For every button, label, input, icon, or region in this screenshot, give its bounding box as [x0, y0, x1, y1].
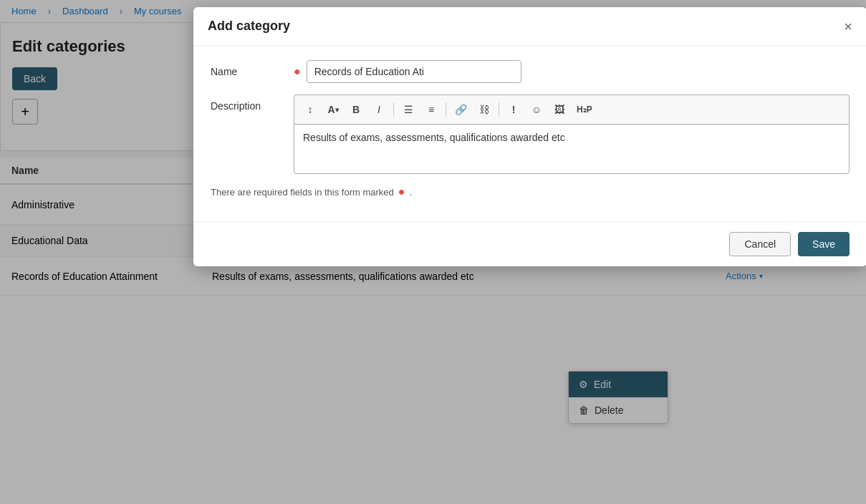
bold-icon[interactable]: B	[346, 100, 366, 120]
description-editor[interactable]: Results of exams, assessments, qualifica…	[294, 124, 850, 174]
name-field-container: ●	[294, 60, 850, 83]
bullet-list-icon[interactable]: ☰	[398, 100, 418, 120]
description-area: ↕ A▾ B I ☰ ≡ 🔗 ⛓ ! ☺ 🖼 H₂P	[294, 94, 850, 174]
exclamation-icon[interactable]: !	[504, 100, 524, 120]
name-label: Name	[211, 60, 282, 77]
name-form-group: Name ●	[211, 60, 850, 83]
h2p-icon[interactable]: H₂P	[572, 100, 597, 120]
name-input[interactable]	[307, 60, 521, 83]
description-text: Results of exams, assessments, qualifica…	[303, 132, 565, 143]
numbered-list-icon[interactable]: ≡	[421, 100, 441, 120]
required-note-text: There are required fields in this form m…	[211, 187, 394, 198]
image-icon[interactable]: 🖼	[549, 100, 569, 120]
add-category-modal: Add category × Name ● Description ↕ A▾ B…	[193, 7, 866, 266]
toolbar-separator	[499, 102, 499, 117]
link-icon[interactable]: 🔗	[451, 100, 471, 120]
required-note-icon: ●	[398, 185, 405, 198]
modal-body: Name ● Description ↕ A▾ B I ☰ ≡	[193, 46, 866, 221]
unlink-icon[interactable]: ⛓	[474, 100, 494, 120]
italic-icon[interactable]: I	[369, 100, 389, 120]
undo-icon[interactable]: ↕	[300, 100, 320, 120]
description-form-group: Description ↕ A▾ B I ☰ ≡ 🔗 ⛓ ! ☺	[211, 94, 850, 174]
description-label: Description	[211, 94, 282, 112]
toolbar-separator	[393, 102, 394, 117]
required-icon: ●	[294, 65, 301, 78]
required-note: There are required fields in this form m…	[211, 185, 850, 198]
emoji-icon[interactable]: ☺	[526, 100, 547, 120]
modal-footer: Cancel Save	[193, 221, 866, 266]
editor-toolbar: ↕ A▾ B I ☰ ≡ 🔗 ⛓ ! ☺ 🖼 H₂P	[294, 94, 850, 124]
modal-title: Add category	[208, 19, 290, 34]
modal-close-button[interactable]: ×	[844, 19, 852, 34]
modal-header: Add category ×	[193, 7, 866, 46]
required-note-end: .	[409, 187, 412, 198]
font-family-icon[interactable]: A▾	[323, 100, 343, 120]
save-button[interactable]: Save	[798, 232, 850, 256]
toolbar-separator	[446, 102, 446, 117]
cancel-button[interactable]: Cancel	[729, 232, 791, 256]
